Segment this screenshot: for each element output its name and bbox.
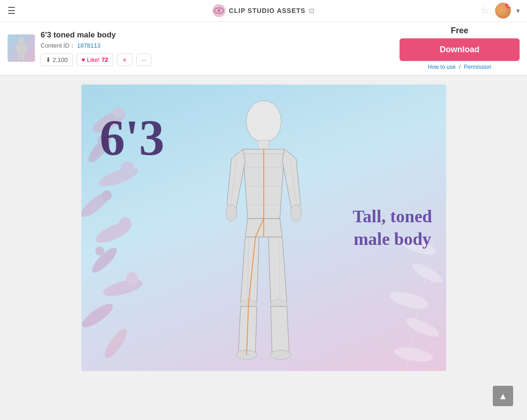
svg-rect-8 bbox=[18, 55, 21, 60]
svg-point-50 bbox=[403, 314, 441, 340]
favorites-star-icon[interactable]: ☆ bbox=[480, 5, 490, 17]
more-options-button[interactable]: ··· bbox=[136, 54, 151, 66]
svg-point-23 bbox=[119, 217, 131, 229]
svg-point-26 bbox=[246, 101, 281, 142]
asset-thumbnail bbox=[7, 34, 35, 62]
scroll-top-icon: ▲ bbox=[498, 391, 508, 402]
svg-point-15 bbox=[89, 244, 120, 276]
asset-action-buttons: ⬇ 2,100 ♥ Like! 72 ★ ··· bbox=[41, 54, 151, 66]
svg-point-25 bbox=[126, 272, 139, 285]
permission-link[interactable]: Permission bbox=[464, 64, 491, 70]
download-count-value: 2,100 bbox=[53, 56, 68, 63]
download-icon: ⬇ bbox=[46, 56, 51, 63]
asset-title: 6'3 toned male body bbox=[41, 30, 151, 40]
app-logo bbox=[212, 4, 225, 17]
like-button[interactable]: ♥ Like! 72 bbox=[77, 54, 114, 66]
content-id-link[interactable]: 1878113 bbox=[77, 42, 101, 49]
asset-info-bar: 6'3 toned male body Content ID： 1878113 … bbox=[0, 21, 527, 75]
how-to-use-link[interactable]: How to use bbox=[428, 64, 455, 70]
svg-point-4 bbox=[18, 37, 24, 44]
svg-point-49 bbox=[388, 288, 430, 312]
download-button[interactable]: Download bbox=[400, 38, 520, 61]
svg-point-24 bbox=[95, 246, 104, 256]
top-navigation: ☰ CLIP STUDIO ASSETS ⊡ ☆ 1 ▾ bbox=[0, 0, 527, 21]
star-icon: ★ bbox=[122, 56, 127, 63]
notification-badge: 1 bbox=[505, 3, 511, 8]
svg-point-22 bbox=[102, 190, 112, 201]
like-label: Like! bbox=[87, 56, 99, 63]
asset-price: Free bbox=[400, 26, 520, 36]
svg-rect-27 bbox=[258, 140, 269, 149]
3d-figure bbox=[204, 94, 324, 362]
asset-details: 6'3 toned male body Content ID： 1878113 … bbox=[41, 30, 151, 66]
svg-point-43 bbox=[271, 350, 291, 359]
svg-point-17 bbox=[81, 300, 116, 331]
artwork-container: 6'3 bbox=[79, 85, 448, 371]
user-menu-chevron-icon[interactable]: ▾ bbox=[516, 7, 520, 14]
content-id-row: Content ID： 1878113 bbox=[41, 42, 151, 50]
svg-point-18 bbox=[101, 326, 130, 361]
svg-rect-9 bbox=[22, 55, 24, 60]
svg-point-35 bbox=[226, 205, 237, 221]
favorite-button[interactable]: ★ bbox=[117, 54, 133, 66]
separator: / bbox=[459, 64, 460, 70]
svg-rect-5 bbox=[18, 44, 24, 54]
svg-point-36 bbox=[291, 205, 302, 221]
app-subtitle-icon: ⊡ bbox=[309, 7, 315, 14]
artwork-tall-text: Tall, toned male body bbox=[353, 205, 432, 251]
download-count-button: ⬇ 2,100 bbox=[41, 54, 73, 66]
asset-purchase-panel: Free Download How to use / Permission bbox=[400, 26, 520, 70]
main-content-area: 6'3 bbox=[0, 75, 527, 420]
hamburger-menu-icon[interactable]: ☰ bbox=[7, 5, 16, 16]
ellipsis-icon: ··· bbox=[141, 56, 146, 63]
heart-icon: ♥ bbox=[82, 56, 85, 63]
asset-policy-links: How to use / Permission bbox=[400, 64, 520, 70]
svg-point-1 bbox=[218, 9, 220, 12]
scroll-to-top-button[interactable]: ▲ bbox=[493, 386, 513, 406]
svg-rect-6 bbox=[16, 44, 18, 51]
svg-rect-7 bbox=[24, 44, 27, 51]
app-title: CLIP STUDIO ASSETS bbox=[229, 7, 306, 14]
artwork-preview: 6'3 bbox=[81, 85, 446, 371]
artwork-big-text: 6'3 bbox=[100, 112, 165, 163]
svg-point-52 bbox=[412, 368, 445, 371]
like-count: 72 bbox=[102, 56, 108, 63]
user-avatar[interactable]: 1 bbox=[495, 3, 511, 18]
